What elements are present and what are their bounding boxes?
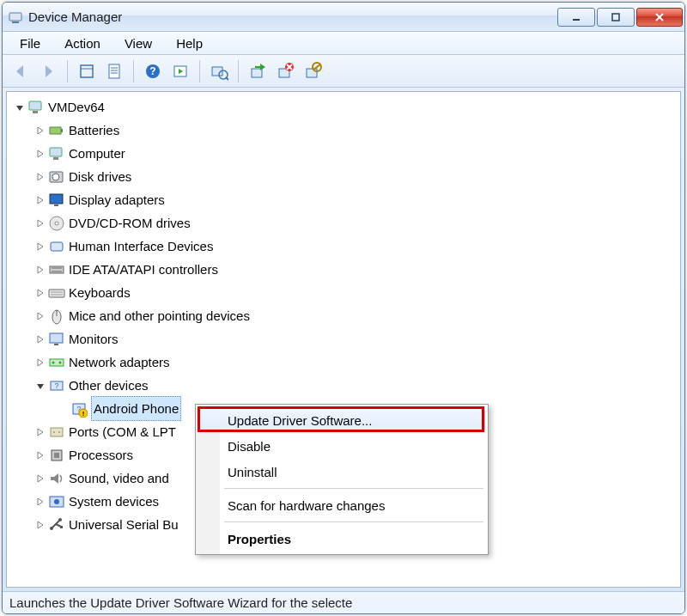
display-icon: [48, 192, 65, 209]
minimize-button[interactable]: [557, 8, 595, 27]
ide-icon: [48, 261, 65, 278]
tree-node[interactable]: Human Interface Devices: [12, 235, 680, 258]
tree-node[interactable]: Keyboards: [12, 281, 680, 304]
svg-point-78: [53, 431, 55, 433]
sound-icon: [48, 470, 65, 487]
tree-node[interactable]: IDE ATA/ATAPI controllers: [12, 258, 680, 281]
svg-rect-33: [33, 111, 38, 113]
svg-marker-51: [38, 266, 43, 273]
expand-icon[interactable]: [34, 148, 46, 160]
svg-text:?: ?: [149, 65, 155, 77]
svg-marker-37: [38, 150, 43, 157]
expand-icon[interactable]: [34, 171, 46, 183]
expand-icon[interactable]: [34, 241, 46, 253]
tree-node-label: VMDev64: [48, 95, 105, 119]
properties-sheet-icon[interactable]: [101, 58, 127, 84]
tree-node[interactable]: Network adapters: [12, 351, 680, 374]
action-icon[interactable]: [167, 58, 193, 84]
tree-node-label: Batteries: [69, 119, 119, 142]
tree-node[interactable]: Mice and other pointing devices: [12, 304, 680, 327]
nav-forward-icon: [35, 58, 61, 84]
expand-icon[interactable]: [34, 449, 46, 461]
context-menu-item[interactable]: Scan for hardware changes: [198, 492, 485, 518]
svg-marker-85: [38, 498, 43, 505]
svg-rect-44: [50, 194, 63, 204]
svg-marker-59: [38, 313, 43, 320]
svg-rect-52: [50, 266, 64, 273]
battery-icon: [48, 122, 65, 139]
svg-marker-84: [51, 473, 58, 484]
expand-icon[interactable]: [34, 310, 46, 322]
tree-node[interactable]: Batteries: [12, 119, 680, 142]
svg-rect-64: [54, 344, 58, 345]
tree-node[interactable]: Display adapters: [12, 188, 680, 211]
svg-marker-83: [38, 475, 43, 482]
tree-node[interactable]: Monitors: [12, 327, 680, 351]
tree-node-label: Disk drives: [69, 165, 131, 188]
tree-node[interactable]: DVD/CD-ROM drives: [12, 211, 680, 235]
collapse-icon[interactable]: [14, 101, 26, 113]
svg-rect-28: [307, 69, 317, 77]
tree-node-label: Human Interface Devices: [69, 235, 213, 258]
menu-view[interactable]: View: [112, 34, 164, 53]
tree-node[interactable]: Disk drives: [12, 165, 680, 188]
system-icon: [48, 493, 65, 510]
svg-point-79: [58, 431, 60, 433]
context-menu-item[interactable]: Uninstall: [198, 459, 485, 485]
menu-file[interactable]: File: [8, 34, 52, 53]
update-driver-icon[interactable]: [245, 58, 271, 84]
expand-icon[interactable]: [34, 519, 46, 531]
expand-icon[interactable]: [34, 496, 46, 508]
svg-marker-34: [38, 127, 43, 134]
collapse-icon[interactable]: [34, 380, 46, 392]
expand-icon[interactable]: [34, 217, 46, 229]
close-button[interactable]: [636, 8, 683, 27]
device-tree-pane[interactable]: VMDev64BatteriesComputerDisk drivesDispl…: [6, 91, 681, 588]
expand-icon[interactable]: [34, 473, 46, 485]
uninstall-device-icon[interactable]: [272, 58, 298, 84]
expand-icon[interactable]: [34, 333, 46, 345]
keyboard-icon: [48, 284, 65, 302]
expand-icon[interactable]: [34, 357, 46, 369]
help-icon[interactable]: ?: [140, 58, 166, 84]
svg-point-91: [58, 518, 62, 521]
cpu-icon: [48, 447, 65, 464]
tree-node[interactable]: ?Other devices: [12, 374, 680, 397]
maximize-button[interactable]: [597, 8, 635, 27]
svg-point-87: [54, 499, 59, 504]
tree-node-label: Network adapters: [69, 351, 170, 374]
svg-rect-63: [50, 333, 63, 343]
svg-rect-10: [109, 64, 119, 78]
expand-icon[interactable]: [34, 426, 46, 438]
svg-marker-46: [38, 220, 43, 227]
menu-help[interactable]: Help: [164, 34, 215, 53]
tree-node-label: Other devices: [69, 374, 149, 397]
device-manager-window: Device Manager File Action View Help ? V…: [2, 2, 685, 614]
context-menu-item[interactable]: Properties: [198, 526, 485, 552]
expand-icon[interactable]: [34, 264, 46, 276]
context-menu-item[interactable]: Update Driver Software...: [198, 408, 485, 432]
context-menu: Update Driver Software...DisableUninstal…: [195, 404, 489, 555]
svg-text:!: !: [82, 410, 85, 418]
svg-marker-88: [38, 521, 43, 528]
menu-action[interactable]: Action: [52, 34, 112, 53]
svg-marker-22: [260, 64, 265, 70]
scan-hardware-icon[interactable]: [206, 58, 232, 84]
svg-rect-56: [49, 290, 64, 297]
tree-node[interactable]: VMDev64: [12, 95, 680, 119]
svg-line-20: [226, 77, 228, 80]
tree-node[interactable]: Computer: [12, 142, 680, 165]
tree-node-label: Computer: [69, 142, 125, 165]
svg-rect-66: [50, 359, 64, 366]
context-menu-item[interactable]: Disable: [198, 433, 485, 459]
tree-node-label: Display adapters: [69, 188, 165, 211]
expand-icon[interactable]: [34, 287, 46, 299]
expand-icon[interactable]: [34, 194, 46, 206]
show-hidden-icon[interactable]: [74, 58, 100, 84]
expand-icon[interactable]: [34, 125, 46, 137]
tree-node-label: Mice and other pointing devices: [69, 304, 250, 327]
app-icon: [8, 9, 23, 25]
window-buttons: [556, 8, 683, 27]
disable-device-icon[interactable]: [300, 58, 325, 84]
tree-node-label: Processors: [69, 443, 133, 467]
